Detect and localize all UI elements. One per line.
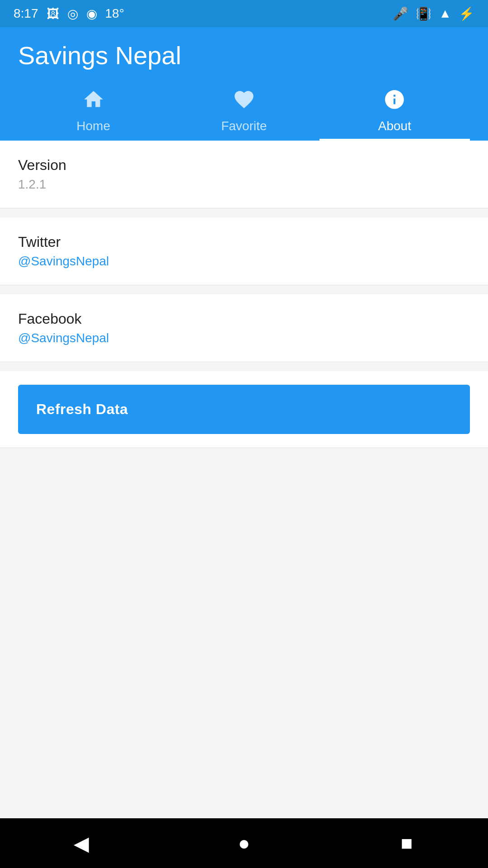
status-time: 8:17 [14, 6, 38, 21]
version-value: 1.2.1 [18, 177, 470, 192]
photo-icon: 🖼 [47, 6, 59, 21]
version-label: Version [18, 157, 470, 174]
tab-home-label: Home [76, 119, 110, 133]
status-right: 🎤 📳 ▲ ⚡ [393, 6, 474, 21]
back-button[interactable]: ◀ [59, 821, 104, 866]
spacer-1 [0, 208, 488, 217]
tab-home[interactable]: Home [18, 79, 169, 141]
facebook-label: Facebook [18, 311, 470, 327]
twitter-label: Twitter [18, 234, 470, 250]
temp-indicator: 18° [105, 6, 124, 21]
battery-icon: ⚡ [459, 6, 474, 21]
spacer-2 [0, 285, 488, 294]
vibrate-icon: 📳 [416, 6, 432, 21]
info-icon [383, 88, 406, 115]
version-item: Version 1.2.1 [0, 141, 488, 208]
wifi-icon: ▲ [439, 6, 451, 21]
status-left: 8:17 🖼 ◎ ◉ 18° [14, 6, 124, 21]
recent-apps-button[interactable]: ■ [384, 821, 429, 866]
home-icon [82, 88, 105, 115]
tab-bar: Home Favorite About [18, 79, 470, 141]
tab-favorite-label: Favorite [221, 119, 267, 133]
app-header: Savings Nepal Home Favorite [0, 27, 488, 141]
ring-icon: ◉ [86, 6, 97, 21]
status-bar: 8:17 🖼 ◎ ◉ 18° 🎤 📳 ▲ ⚡ [0, 0, 488, 27]
twitter-item[interactable]: Twitter @SavingsNepal [0, 217, 488, 285]
refresh-data-button[interactable]: Refresh Data [18, 385, 470, 434]
main-content: Version 1.2.1 Twitter @SavingsNepal Face… [0, 141, 488, 818]
tab-about-label: About [378, 119, 411, 133]
clock-icon: ◎ [67, 6, 78, 21]
tab-favorite[interactable]: Favorite [169, 79, 319, 141]
heart-icon [233, 88, 255, 115]
twitter-value: @SavingsNepal [18, 254, 470, 269]
button-section: Refresh Data [0, 371, 488, 448]
spacer-3 [0, 362, 488, 371]
facebook-value: @SavingsNepal [18, 331, 470, 345]
home-button[interactable]: ● [221, 821, 267, 866]
tab-about[interactable]: About [319, 79, 470, 141]
bottom-nav: ◀ ● ■ [0, 818, 488, 868]
mic-icon: 🎤 [393, 6, 408, 21]
app-title: Savings Nepal [18, 41, 470, 79]
facebook-item[interactable]: Facebook @SavingsNepal [0, 294, 488, 362]
